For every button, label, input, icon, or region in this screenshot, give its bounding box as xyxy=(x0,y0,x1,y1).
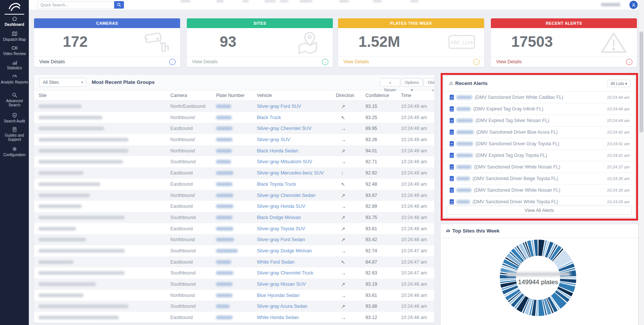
view-details-link[interactable]: View Details xyxy=(39,59,65,64)
alert-item[interactable]: (DMV Expired Tag Silver Nissan FL)10:24:… xyxy=(444,115,635,127)
column-header-time[interactable]: Time xyxy=(401,93,411,98)
column-header-vehicle[interactable]: Vehicle xyxy=(257,93,272,98)
search-button[interactable] xyxy=(114,1,124,9)
vehicle-cell[interactable]: Silver-gray Chevrolet Sedan xyxy=(257,193,315,198)
column-header-camera[interactable]: Camera xyxy=(170,93,187,98)
redacted-plate-number[interactable] xyxy=(216,204,233,208)
plate-group-row[interactable]: SouthboundSilver-gray Chevrolet Truck→92… xyxy=(34,267,434,279)
redacted-plate-number[interactable] xyxy=(216,304,230,308)
alert-item[interactable]: (DMV Sanctioned Driver Blue Acura FL)10:… xyxy=(444,127,635,138)
vehicle-cell[interactable]: Black Dodge Minivan xyxy=(257,215,301,220)
rekor-logo-icon[interactable] xyxy=(0,1,29,12)
sidebar-item-analytic-reports[interactable]: Analytic Reports xyxy=(0,73,29,84)
vehicle-cell[interactable]: Silver-gray SUV xyxy=(257,137,290,142)
view-details-link[interactable]: View Details xyxy=(343,59,369,64)
alert-item[interactable]: (DMV Expired Tag Gray Infiniti FL)10:24:… xyxy=(444,103,635,115)
plate-group-row[interactable]: EastboundSilver-gray Honda SUV→92.8910:2… xyxy=(34,201,434,212)
top-sites-donut-chart[interactable] xyxy=(497,237,579,319)
vehicle-cell[interactable]: Silver-gray Dodge Minivan xyxy=(257,248,312,253)
sidebar-item-dashboard[interactable]: Dashboard xyxy=(0,16,29,27)
vehicle-cell[interactable]: Silver-gray Honda SUV xyxy=(257,204,305,209)
plate-group-row[interactable]: NorthboundSilver-gray Ford Sedan↗93.4210… xyxy=(34,234,434,245)
plate-group-row[interactable]: SouthboundBlack Dodge Minivan↗93.7510:24… xyxy=(34,212,434,223)
redacted-plate-number[interactable] xyxy=(216,116,232,119)
plate-group-row[interactable]: NorthboundBlue Hyundai Sedan→93.6110:24:… xyxy=(34,290,434,301)
column-header-plate-number[interactable]: Plate Number xyxy=(216,93,244,98)
alert-item[interactable]: (DMV Sanctioned Driver White Cadillac FL… xyxy=(444,92,635,103)
column-header-direction[interactable]: Direction xyxy=(336,93,354,98)
alert-item[interactable]: (DMV Expired Tag Gray Toyota FL)10:24:41… xyxy=(444,150,635,161)
alert-item[interactable]: (DMV Sanctioned Driver Beige Toyota FL)1… xyxy=(444,173,635,185)
redacted-plate-number[interactable] xyxy=(216,238,234,242)
sidebar-item-search-audit[interactable]: Search Audit xyxy=(0,112,29,123)
plate-group-row[interactable]: SouthboundSilver-gray Mitsubishi SUV→92.… xyxy=(34,156,434,167)
vehicle-cell[interactable]: White Honda Sedan xyxy=(257,315,299,320)
redacted-plate-number[interactable] xyxy=(216,182,233,186)
column-header-site[interactable]: Site xyxy=(39,93,47,98)
redacted-plate-number[interactable] xyxy=(216,316,233,319)
plate-group-row[interactable]: EastboundSilver-gray Chevrolet SUV→89.95… xyxy=(34,123,434,134)
redacted-plate-number[interactable] xyxy=(216,171,233,175)
circle-arrow-icon[interactable]: → xyxy=(473,59,480,65)
scrollbar-thumb[interactable] xyxy=(640,31,643,133)
plate-group-row[interactable]: EastboundWhite Ford Sedan↖84.8710:24:47 … xyxy=(34,256,434,268)
vehicle-cell[interactable]: Silver-gray Mercedes-benz SUV xyxy=(257,170,324,176)
plate-group-row[interactable]: EastboundWhite Honda Sedan→93.1210:24:46… xyxy=(34,312,434,323)
sidebar-item-configuration[interactable]: Configuration xyxy=(0,146,29,157)
vehicle-cell[interactable]: Blue Hyundai Sedan xyxy=(257,293,300,298)
column-header-confidence[interactable]: Confidence xyxy=(365,93,389,98)
circle-arrow-icon[interactable]: → xyxy=(322,59,328,65)
redacted-plate-number[interactable] xyxy=(216,260,231,264)
vehicle-cell[interactable]: Black Truck xyxy=(257,115,281,120)
redacted-plate-number[interactable] xyxy=(216,127,233,130)
vehicle-cell[interactable]: Silver-gray Ford Sedan xyxy=(257,237,305,242)
plate-group-row[interactable]: North/EastboundSilver-gray Ford SUV↗93.1… xyxy=(34,101,434,112)
plate-group-row[interactable]: SouthboundSilver-gray Dodge Minivan→92.7… xyxy=(34,245,434,256)
vehicle-cell[interactable]: White Ford Sedan xyxy=(257,259,295,265)
alert-item[interactable]: (DMV Sanctioned Driver White Nissan FL)1… xyxy=(444,185,635,196)
circle-arrow-icon[interactable]: → xyxy=(169,59,176,65)
vehicle-cell[interactable]: Silver-gray Chevrolet SUV xyxy=(257,126,312,131)
sidebar-item-advanced-search[interactable]: Advanced Search xyxy=(0,92,29,107)
vehicle-cell[interactable]: Silver-gray Nissan SUV xyxy=(257,282,306,287)
redacted-plate-number[interactable] xyxy=(216,149,232,153)
vehicle-cell[interactable]: Black Honda Sedan xyxy=(257,148,298,154)
plate-group-row[interactable]: NorthboundBlack Truck↖93.2510:24:49 am xyxy=(34,112,434,123)
all-lists-select[interactable]: All Lists ▾ xyxy=(607,80,631,87)
newer-button[interactable]: « Newer xyxy=(380,78,400,86)
plate-group-row[interactable]: EastboundSilver-gray Toyota SUV↗93.6110:… xyxy=(34,223,434,234)
user-avatar[interactable] xyxy=(629,1,638,9)
vehicle-cell[interactable]: Silver-gray Ford SUV xyxy=(257,104,301,109)
redacted-plate-number[interactable] xyxy=(216,104,231,108)
view-all-alerts-button[interactable]: View All Alerts xyxy=(447,206,632,215)
sidebar-item-statistics[interactable]: Statistics xyxy=(0,59,29,70)
plate-group-row[interactable]: SouthboundSilver-gray Acura Sedan↗93.881… xyxy=(34,301,434,312)
sidebar-item-dispatch-map[interactable]: Dispatch Map xyxy=(0,31,29,42)
donut-segment[interactable] xyxy=(536,300,538,316)
vehicle-cell[interactable]: Silver-gray Toyota SUV xyxy=(257,226,305,231)
redacted-plate-number[interactable] xyxy=(216,271,233,275)
search-input[interactable] xyxy=(37,1,114,9)
vehicle-cell[interactable]: Silver-gray Mitsubishi SUV xyxy=(257,159,312,164)
plate-group-row[interactable]: EastboundSilver-gray Mercedes-benz SUV↑9… xyxy=(34,167,434,179)
older-button[interactable]: Older » xyxy=(423,78,434,86)
donut-segment[interactable] xyxy=(532,300,537,316)
vehicle-cell[interactable]: Black Toyota Truck xyxy=(257,182,296,187)
redacted-plate-number[interactable] xyxy=(216,216,233,219)
redacted-plate-number[interactable] xyxy=(216,294,233,297)
redacted-plate-number[interactable] xyxy=(216,282,233,286)
plate-group-row[interactable]: NorthboundSilver-gray SUV→93.2610:24:49 … xyxy=(34,134,434,145)
redacted-plate-number[interactable] xyxy=(216,194,233,197)
vehicle-cell[interactable]: Silver-gray Acura Sedan xyxy=(257,304,307,309)
alert-item[interactable]: (DMV Sanctioned Driver Gray Toyota FL)10… xyxy=(444,138,635,150)
circle-arrow-icon[interactable]: → xyxy=(626,59,632,65)
plate-group-row[interactable]: EastboundBlack Toyota Truck↖92.4810:24:4… xyxy=(34,179,434,190)
redacted-plate-number[interactable] xyxy=(216,138,233,142)
view-details-link[interactable]: View Details xyxy=(192,59,218,64)
vehicle-cell[interactable]: Silver-gray Chevrolet Truck xyxy=(257,270,313,276)
plate-group-row[interactable]: SouthboundSilver-gray Nissan SUV↗93.1910… xyxy=(34,279,434,290)
plate-group-row[interactable]: NorthboundSilver-gray Chevrolet Sedan↗93… xyxy=(34,190,434,201)
alert-item[interactable]: (DMV Sanctioned Driver White Nissan FL)1… xyxy=(444,161,635,173)
redacted-plate-number[interactable] xyxy=(216,227,233,231)
redacted-plate-number[interactable] xyxy=(216,160,231,164)
